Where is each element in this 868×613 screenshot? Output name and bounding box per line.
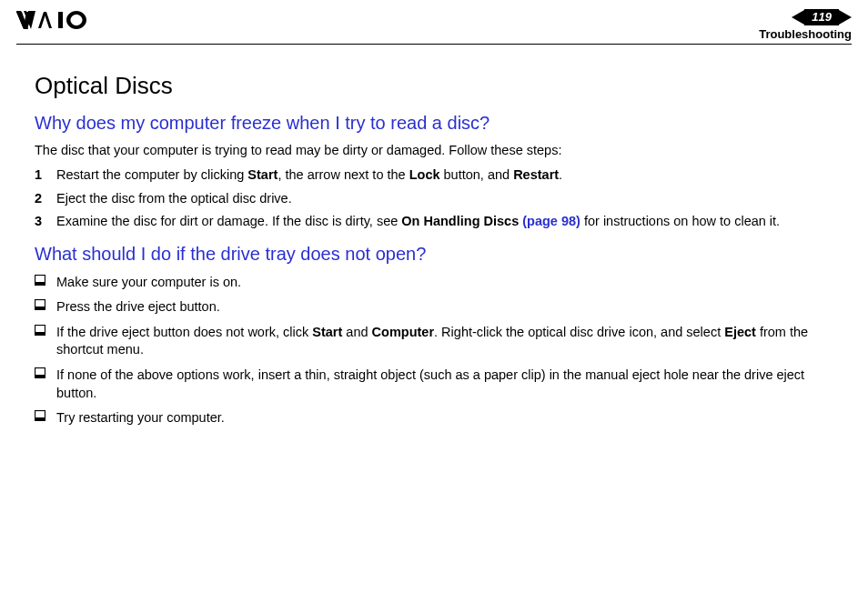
text-run: If the drive eject button does not work,… (56, 325, 312, 339)
section-label: Troubleshooting (759, 27, 852, 41)
checkbox-bullet-icon (35, 367, 56, 378)
page: 119 Troubleshooting Optical Discs Why do… (0, 0, 868, 613)
checkbox-bullet-icon (35, 409, 56, 421)
list-item: If the drive eject button does not work,… (35, 324, 833, 359)
list-item-text: If none of the above options work, inser… (56, 367, 833, 402)
page-header: 119 Troubleshooting (0, 0, 868, 44)
vaio-logo (16, 9, 107, 31)
text-run: , the arrow next to the (278, 167, 409, 182)
text-run: and (342, 325, 371, 339)
step-2: 2 Eject the disc from the optical disc d… (35, 190, 833, 208)
svg-rect-12 (35, 417, 45, 421)
next-page-arrow-icon[interactable] (839, 10, 852, 25)
step-number: 2 (35, 190, 56, 208)
question-1-heading: Why does my computer freeze when I try t… (35, 113, 833, 134)
bullet-list: Make sure your computer is on. Press the… (35, 274, 833, 427)
page-ref-link[interactable]: (page 98) (522, 214, 580, 228)
checkbox-bullet-icon (35, 324, 56, 336)
text-run: for instructions on how to clean it. (580, 214, 780, 228)
text-run: button, and (440, 167, 514, 182)
bold-run: Start (247, 167, 278, 182)
question-2-heading: What should I do if the drive tray does … (35, 244, 833, 265)
bold-run: Restart (513, 167, 559, 182)
svg-rect-4 (35, 282, 45, 286)
text-run: . (559, 167, 562, 182)
step-text: Eject the disc from the optical disc dri… (56, 190, 833, 208)
steps-list: 1 Restart the computer by clicking Start… (35, 166, 833, 231)
list-item: If none of the above options work, inser… (35, 367, 833, 402)
header-right: 119 Troubleshooting (759, 9, 852, 41)
text-run: . Right-click the optical disc drive ico… (434, 325, 724, 339)
text-run: Examine the disc for dirt or damage. If … (56, 214, 401, 228)
checkbox-bullet-icon (35, 298, 56, 310)
page-title: Optical Discs (35, 72, 833, 100)
checkbox-bullet-icon (35, 274, 56, 286)
svg-rect-6 (35, 306, 45, 310)
page-nav: 119 (759, 9, 852, 25)
bold-run: Start (312, 325, 342, 339)
svg-rect-8 (35, 332, 45, 336)
text-run: Restart the computer by clicking (56, 167, 247, 182)
bold-run: Lock (409, 167, 440, 182)
list-item: Press the drive eject button. (35, 298, 833, 317)
list-item-text: Press the drive eject button. (56, 298, 833, 317)
step-text: Examine the disc for dirt or damage. If … (56, 213, 833, 231)
svg-marker-2 (839, 10, 852, 25)
bold-run: On Handling Discs (401, 214, 522, 228)
list-item: Make sure your computer is on. (35, 274, 833, 292)
list-item-text: Make sure your computer is on. (56, 274, 833, 292)
list-item-text: Try restarting your computer. (56, 409, 833, 427)
svg-marker-1 (792, 10, 804, 25)
list-item: Try restarting your computer. (35, 409, 833, 427)
prev-page-arrow-icon[interactable] (792, 10, 804, 25)
svg-rect-0 (58, 12, 63, 28)
step-number: 1 (35, 166, 56, 185)
content-area: Optical Discs Why does my computer freez… (0, 45, 868, 427)
step-3: 3 Examine the disc for dirt or damage. I… (35, 213, 833, 231)
step-1: 1 Restart the computer by clicking Start… (35, 166, 833, 185)
list-item-text: If the drive eject button does not work,… (56, 324, 833, 359)
bold-run: Eject (724, 325, 756, 339)
question-1-intro: The disc that your computer is trying to… (35, 143, 833, 157)
svg-rect-10 (35, 375, 45, 378)
step-text: Restart the computer by clicking Start, … (56, 166, 833, 185)
page-number-badge: 119 (804, 9, 839, 25)
bold-run: Computer (372, 325, 434, 339)
step-number: 3 (35, 213, 56, 231)
